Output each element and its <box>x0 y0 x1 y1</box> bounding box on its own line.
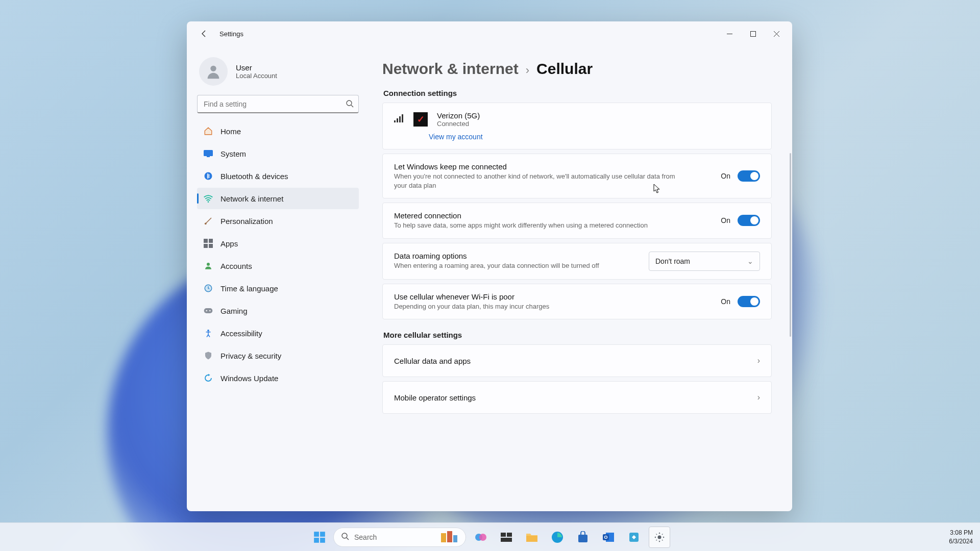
sidebar-item-accounts[interactable]: Accounts <box>197 255 359 277</box>
titlebar: Settings <box>187 21 792 46</box>
minimize-button[interactable] <box>718 23 741 44</box>
sidebar-item-accessibility[interactable]: Accessibility <box>197 322 359 344</box>
connection-status: Connected <box>437 120 480 128</box>
maximize-button[interactable] <box>741 23 765 44</box>
system-tray[interactable]: 3:08 PM 6/3/2024 <box>949 529 973 545</box>
taskbar-copilot-icon[interactable] <box>470 527 492 548</box>
setting-desc: Depending on your data plan, this may in… <box>394 302 680 311</box>
sidebar-item-label: Privacy & security <box>220 352 281 360</box>
roaming-dropdown[interactable]: Don't roam ⌄ <box>649 252 760 271</box>
svg-point-17 <box>206 310 207 312</box>
scrollbar[interactable] <box>790 153 791 337</box>
toggle-poor-wifi[interactable] <box>738 296 760 307</box>
view-account-link[interactable]: View my account <box>429 133 760 141</box>
profile-text: User Local Account <box>236 63 277 80</box>
svg-point-18 <box>209 310 211 312</box>
sidebar-item-update[interactable]: Windows Update <box>197 367 359 389</box>
setting-title: Data roaming options <box>394 252 639 260</box>
setting-desc: When you're not connected to another kin… <box>394 172 680 190</box>
svg-rect-10 <box>204 239 208 243</box>
search-icon <box>341 532 349 542</box>
content-pane: Network & internet › Cellular Connection… <box>369 46 792 511</box>
search-field-wrap <box>197 95 359 113</box>
sidebar-item-personalization[interactable]: Personalization <box>197 210 359 232</box>
search-input[interactable] <box>197 95 359 113</box>
taskbar-taskview-icon[interactable] <box>496 527 517 548</box>
svg-rect-20 <box>394 120 396 122</box>
svg-rect-16 <box>204 308 213 313</box>
svg-rect-25 <box>320 532 325 537</box>
setting-title: Let Windows keep me connected <box>394 162 710 171</box>
taskbar-explorer-icon[interactable] <box>521 527 543 548</box>
carrier-name: Verizon (5G) <box>437 111 480 120</box>
setting-metered: Metered connection To help save data, so… <box>382 203 772 239</box>
svg-rect-27 <box>320 538 325 543</box>
taskbar-search-placeholder: Search <box>354 533 377 541</box>
setting-desc: When entering a roaming area, your data … <box>394 261 639 270</box>
sidebar-item-label: Network & internet <box>220 194 283 203</box>
more-item-label: Cellular data and apps <box>394 357 471 365</box>
sidebar-item-apps[interactable]: Apps <box>197 233 359 254</box>
taskbar-app-icon[interactable] <box>623 527 645 548</box>
clock-icon <box>203 283 213 293</box>
sidebar-item-bluetooth[interactable]: Bluetooth & devices <box>197 165 359 187</box>
search-icon <box>346 99 354 110</box>
toggle-metered[interactable] <box>738 215 760 226</box>
chevron-right-icon: › <box>757 356 760 365</box>
sidebar-item-privacy[interactable]: Privacy & security <box>197 345 359 366</box>
svg-point-19 <box>207 330 209 332</box>
svg-rect-5 <box>204 150 213 156</box>
breadcrumb-parent[interactable]: Network & internet <box>382 60 519 78</box>
setting-poor-wifi: Use cellular whenever Wi-Fi is poor Depe… <box>382 284 772 320</box>
taskbar-edge-icon[interactable] <box>547 527 568 548</box>
avatar <box>199 57 228 86</box>
svg-rect-40 <box>578 535 587 542</box>
sidebar-item-label: Accessibility <box>220 329 262 338</box>
breadcrumb: Network & internet › Cellular <box>382 60 772 78</box>
taskbar-store-icon[interactable] <box>572 527 594 548</box>
sidebar-item-system[interactable]: System <box>197 143 359 164</box>
sidebar-item-label: Apps <box>220 239 238 248</box>
setting-title: Use cellular whenever Wi-Fi is poor <box>394 292 710 301</box>
shield-icon <box>203 350 213 361</box>
sidebar: User Local Account Home System <box>187 46 369 511</box>
more-item-data-apps[interactable]: Cellular data and apps › <box>382 344 772 377</box>
sidebar-item-home[interactable]: Home <box>197 120 359 142</box>
taskbar-settings-icon[interactable] <box>649 527 670 548</box>
setting-title: Metered connection <box>394 211 710 220</box>
dropdown-value: Don't roam <box>655 257 690 265</box>
svg-rect-37 <box>501 538 512 542</box>
accessibility-icon <box>203 328 213 338</box>
signal-icon <box>394 114 404 124</box>
sidebar-item-network[interactable]: Network & internet <box>197 188 359 209</box>
start-button[interactable] <box>310 528 329 547</box>
sidebar-item-gaming[interactable]: Gaming <box>197 300 359 321</box>
chevron-right-icon: › <box>526 64 529 77</box>
back-button[interactable] <box>195 24 213 43</box>
more-item-operator[interactable]: Mobile operator settings › <box>382 381 772 414</box>
bluetooth-icon <box>203 171 213 181</box>
sidebar-item-label: System <box>220 149 246 158</box>
svg-rect-12 <box>204 244 208 248</box>
more-item-label: Mobile operator settings <box>394 393 476 402</box>
window-controls <box>718 23 788 44</box>
user-account-type: Local Account <box>236 72 277 80</box>
close-button[interactable] <box>765 23 788 44</box>
taskbar-outlook-icon[interactable]: O <box>598 527 619 548</box>
wifi-icon <box>203 193 213 204</box>
sidebar-item-label: Windows Update <box>220 374 278 383</box>
svg-rect-31 <box>447 531 452 542</box>
toggle-keep-connected[interactable] <box>738 170 760 182</box>
sidebar-item-time[interactable]: Time & language <box>197 278 359 299</box>
chevron-right-icon: › <box>757 393 760 402</box>
taskbar-search[interactable]: Search <box>333 528 466 547</box>
cursor-icon <box>653 184 660 194</box>
svg-rect-32 <box>453 535 457 542</box>
connection-card[interactable]: ✓ Verizon (5G) Connected View my account <box>382 103 772 149</box>
user-profile[interactable]: User Local Account <box>199 57 359 86</box>
svg-point-9 <box>205 222 207 224</box>
toggle-state-label: On <box>721 216 730 224</box>
user-name: User <box>236 63 277 72</box>
sidebar-item-label: Bluetooth & devices <box>220 172 288 181</box>
svg-rect-38 <box>526 536 537 542</box>
